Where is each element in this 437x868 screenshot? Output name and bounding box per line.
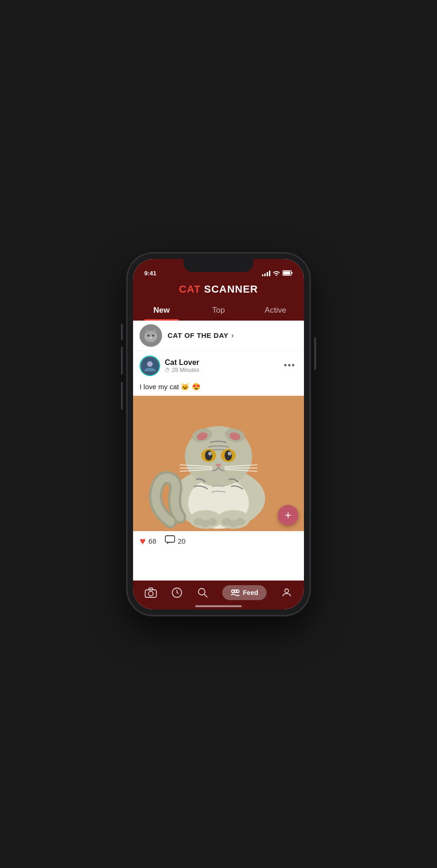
post-username: Cat Lover [165, 358, 282, 367]
svg-rect-40 [165, 536, 175, 542]
nav-profile[interactable] [281, 587, 292, 598]
cat-of-day-label: CAT OF THE DAY [168, 331, 228, 339]
comment-count: 20 [178, 537, 186, 545]
svg-point-9 [149, 337, 152, 339]
volume-down-button [121, 382, 123, 410]
post-time: 28 Minutes [172, 367, 199, 373]
svg-point-11 [147, 361, 153, 367]
svg-point-7 [148, 334, 150, 336]
fab-plus-icon: + [285, 509, 291, 522]
time-icon: ⏱ [165, 367, 170, 373]
svg-point-23 [225, 450, 232, 461]
post-actions: ♥ 68 20 [133, 531, 304, 551]
post-user-info: Cat Lover ⏱ 28 Minutes [165, 358, 282, 373]
svg-rect-43 [149, 588, 153, 590]
battery-icon [282, 270, 293, 277]
mute-button [121, 323, 123, 340]
tab-top[interactable]: Top [190, 301, 247, 321]
power-button [314, 337, 316, 370]
content-area: CAT OF THE DAY › [133, 321, 304, 581]
phone-frame: 9:41 [127, 253, 310, 615]
svg-point-36 [208, 518, 217, 525]
post-card: Cat Lover ⏱ 28 Minutes ••• I love my cat… [133, 351, 304, 551]
svg-point-22 [205, 450, 212, 461]
comment-button[interactable]: 20 [165, 535, 186, 547]
nav-feed[interactable]: Feed [222, 585, 267, 600]
post-meta: ⏱ 28 Minutes [165, 367, 282, 373]
post-caption: I love my cat 🐱 😍 [133, 381, 304, 396]
notch [183, 259, 254, 272]
cat-of-day-thumbnail [140, 324, 162, 347]
svg-point-24 [208, 452, 212, 455]
tab-active[interactable]: Active [247, 301, 304, 321]
svg-point-39 [236, 518, 245, 525]
home-indicator [195, 605, 242, 607]
signal-icon [262, 271, 270, 276]
cat-of-day-banner[interactable]: CAT OF THE DAY › [133, 321, 304, 351]
avatar-image [141, 357, 159, 375]
tab-new[interactable]: New [133, 301, 190, 321]
svg-point-50 [285, 589, 289, 593]
cat-of-day-arrow: › [231, 331, 233, 340]
svg-rect-1 [292, 272, 293, 274]
heart-icon: ♥ [140, 535, 146, 547]
app-header: CAT SCANNER [133, 280, 304, 301]
svg-point-45 [198, 588, 205, 595]
status-icons [262, 270, 293, 277]
like-button[interactable]: ♥ 68 [140, 535, 156, 547]
status-time: 9:41 [144, 270, 156, 277]
wifi-icon [273, 270, 280, 277]
tabs-bar: New Top Active [133, 301, 304, 321]
svg-point-49 [234, 590, 237, 593]
fab-button[interactable]: + [278, 505, 298, 525]
volume-up-button [121, 347, 123, 375]
comment-icon [165, 535, 175, 547]
svg-line-46 [204, 594, 207, 597]
svg-point-8 [152, 334, 155, 336]
nav-history[interactable] [171, 587, 183, 598]
nav-camera[interactable] [145, 587, 157, 598]
app-title: CAT SCANNER [133, 283, 304, 295]
svg-rect-2 [283, 271, 290, 274]
nav-search[interactable] [197, 587, 208, 598]
post-header: Cat Lover ⏱ 28 Minutes ••• [133, 351, 304, 381]
avatar[interactable] [140, 356, 160, 376]
svg-point-42 [148, 591, 153, 596]
phone-screen: 9:41 [133, 259, 304, 609]
svg-point-25 [228, 452, 232, 455]
like-count: 68 [148, 537, 156, 545]
app-title-scanner: SCANNER [201, 283, 258, 295]
post-image: + [133, 396, 304, 531]
app-title-cat: CAT [179, 283, 201, 295]
nav-feed-label: Feed [243, 589, 258, 596]
post-more-button[interactable]: ••• [282, 359, 297, 372]
